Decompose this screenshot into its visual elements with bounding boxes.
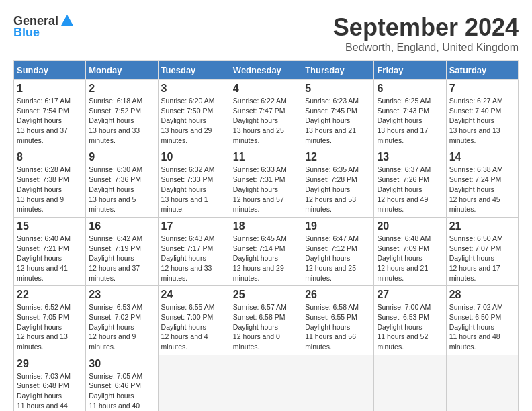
day-number: 4 [233,83,299,95]
day-info: Sunrise: 6:27 AM Sunset: 7:40 PM Dayligh… [449,96,515,145]
day-info: Sunrise: 6:47 AM Sunset: 7:12 PM Dayligh… [305,234,371,283]
calendar-week-row: 22 Sunrise: 6:52 AM Sunset: 7:05 PM Dayl… [14,286,519,355]
table-row: 10 Sunrise: 6:32 AM Sunset: 7:33 PM Dayl… [158,148,230,217]
calendar-table: Sunday Monday Tuesday Wednesday Thursday… [13,60,519,411]
table-row [446,355,518,411]
logo-blue: Blue [13,26,40,40]
header-thursday: Thursday [302,61,374,80]
day-info: Sunrise: 6:38 AM Sunset: 7:24 PM Dayligh… [449,165,515,214]
day-number: 23 [89,289,154,301]
calendar-week-row: 8 Sunrise: 6:28 AM Sunset: 7:38 PM Dayli… [14,148,519,217]
table-row: 14 Sunrise: 6:38 AM Sunset: 7:24 PM Dayl… [446,148,518,217]
day-number: 27 [377,289,443,301]
table-row: 30 Sunrise: 7:05 AM Sunset: 6:46 PM Dayl… [86,355,158,411]
day-number: 12 [305,151,371,163]
day-info: Sunrise: 6:22 AM Sunset: 7:47 PM Dayligh… [233,96,299,145]
table-row: 20 Sunrise: 6:48 AM Sunset: 7:09 PM Dayl… [374,217,446,285]
day-number: 19 [305,220,371,232]
day-number: 29 [17,358,83,370]
table-row: 4 Sunrise: 6:22 AM Sunset: 7:47 PM Dayli… [230,80,302,148]
table-row: 9 Sunrise: 6:30 AM Sunset: 7:36 PM Dayli… [86,148,158,217]
table-row: 24 Sunrise: 6:55 AM Sunset: 7:00 PM Dayl… [158,286,230,355]
day-number: 10 [161,151,227,163]
day-number: 26 [305,289,371,301]
day-number: 30 [89,358,154,370]
header-friday: Friday [374,61,446,80]
day-info: Sunrise: 6:58 AM Sunset: 6:55 PM Dayligh… [305,302,371,351]
calendar-week-row: 1 Sunrise: 6:17 AM Sunset: 7:54 PM Dayli… [14,80,519,148]
day-info: Sunrise: 6:52 AM Sunset: 7:05 PM Dayligh… [17,302,83,351]
page-header: General Blue September 2024 Bedworth, En… [13,13,519,54]
table-row: 25 Sunrise: 6:57 AM Sunset: 6:58 PM Dayl… [230,286,302,355]
logo: General Blue [13,13,75,40]
day-info: Sunrise: 6:28 AM Sunset: 7:38 PM Dayligh… [17,165,83,214]
day-number: 24 [161,289,227,301]
svg-marker-0 [61,15,73,26]
title-section: September 2024 Bedworth, England, United… [333,13,519,54]
table-row: 5 Sunrise: 6:23 AM Sunset: 7:45 PM Dayli… [302,80,374,148]
table-row: 21 Sunrise: 6:50 AM Sunset: 7:07 PM Dayl… [446,217,518,285]
table-row: 16 Sunrise: 6:42 AM Sunset: 7:19 PM Dayl… [86,217,158,285]
header-monday: Monday [86,61,158,80]
table-row: 29 Sunrise: 7:03 AM Sunset: 6:48 PM Dayl… [14,355,86,411]
table-row: 22 Sunrise: 6:52 AM Sunset: 7:05 PM Dayl… [14,286,86,355]
day-number: 20 [377,220,443,232]
table-row: 6 Sunrise: 6:25 AM Sunset: 7:43 PM Dayli… [374,80,446,148]
day-info: Sunrise: 6:57 AM Sunset: 6:58 PM Dayligh… [233,302,299,351]
table-row [158,355,230,411]
day-number: 2 [89,83,154,95]
day-number: 13 [377,151,443,163]
table-row: 8 Sunrise: 6:28 AM Sunset: 7:38 PM Dayli… [14,148,86,217]
table-row: 17 Sunrise: 6:43 AM Sunset: 7:17 PM Dayl… [158,217,230,285]
day-info: Sunrise: 6:18 AM Sunset: 7:52 PM Dayligh… [89,96,154,145]
day-number: 6 [377,83,443,95]
day-info: Sunrise: 6:32 AM Sunset: 7:33 PM Dayligh… [161,165,227,214]
day-info: Sunrise: 6:43 AM Sunset: 7:17 PM Dayligh… [161,234,227,283]
calendar-header-row: Sunday Monday Tuesday Wednesday Thursday… [14,61,519,80]
table-row [374,355,446,411]
day-info: Sunrise: 6:42 AM Sunset: 7:19 PM Dayligh… [89,234,154,283]
day-info: Sunrise: 6:33 AM Sunset: 7:31 PM Dayligh… [233,165,299,214]
day-info: Sunrise: 6:50 AM Sunset: 7:07 PM Dayligh… [449,234,515,283]
table-row: 13 Sunrise: 6:37 AM Sunset: 7:26 PM Dayl… [374,148,446,217]
day-number: 17 [161,220,227,232]
table-row: 11 Sunrise: 6:33 AM Sunset: 7:31 PM Dayl… [230,148,302,217]
day-number: 15 [17,220,83,232]
header-wednesday: Wednesday [230,61,302,80]
day-info: Sunrise: 7:02 AM Sunset: 6:50 PM Dayligh… [449,302,515,351]
day-number: 14 [449,151,515,163]
day-number: 7 [449,83,515,95]
day-number: 3 [161,83,227,95]
header-saturday: Saturday [446,61,518,80]
day-number: 28 [449,289,515,301]
day-info: Sunrise: 6:53 AM Sunset: 7:02 PM Dayligh… [89,302,154,351]
day-number: 8 [17,151,83,163]
table-row: 27 Sunrise: 7:00 AM Sunset: 6:53 PM Dayl… [374,286,446,355]
day-number: 22 [17,289,83,301]
calendar-week-row: 29 Sunrise: 7:03 AM Sunset: 6:48 PM Dayl… [14,355,519,411]
table-row: 1 Sunrise: 6:17 AM Sunset: 7:54 PM Dayli… [14,80,86,148]
day-info: Sunrise: 6:17 AM Sunset: 7:54 PM Dayligh… [17,96,83,145]
day-info: Sunrise: 6:45 AM Sunset: 7:14 PM Dayligh… [233,234,299,283]
day-number: 1 [17,83,83,95]
day-info: Sunrise: 7:05 AM Sunset: 6:46 PM Dayligh… [89,371,154,411]
table-row: 28 Sunrise: 7:02 AM Sunset: 6:50 PM Dayl… [446,286,518,355]
day-info: Sunrise: 6:23 AM Sunset: 7:45 PM Dayligh… [305,96,371,145]
day-number: 16 [89,220,154,232]
day-info: Sunrise: 6:20 AM Sunset: 7:50 PM Dayligh… [161,96,227,145]
day-info: Sunrise: 6:25 AM Sunset: 7:43 PM Dayligh… [377,96,443,145]
day-info: Sunrise: 6:30 AM Sunset: 7:36 PM Dayligh… [89,165,154,214]
day-number: 21 [449,220,515,232]
page-title: September 2024 [333,13,519,42]
day-number: 25 [233,289,299,301]
day-info: Sunrise: 6:40 AM Sunset: 7:21 PM Dayligh… [17,234,83,283]
day-info: Sunrise: 6:35 AM Sunset: 7:28 PM Dayligh… [305,165,371,214]
table-row: 23 Sunrise: 6:53 AM Sunset: 7:02 PM Dayl… [86,286,158,355]
table-row: 15 Sunrise: 6:40 AM Sunset: 7:21 PM Dayl… [14,217,86,285]
table-row: 3 Sunrise: 6:20 AM Sunset: 7:50 PM Dayli… [158,80,230,148]
table-row: 26 Sunrise: 6:58 AM Sunset: 6:55 PM Dayl… [302,286,374,355]
day-info: Sunrise: 7:00 AM Sunset: 6:53 PM Dayligh… [377,302,443,351]
table-row [230,355,302,411]
day-info: Sunrise: 7:03 AM Sunset: 6:48 PM Dayligh… [17,371,83,411]
table-row: 12 Sunrise: 6:35 AM Sunset: 7:28 PM Dayl… [302,148,374,217]
